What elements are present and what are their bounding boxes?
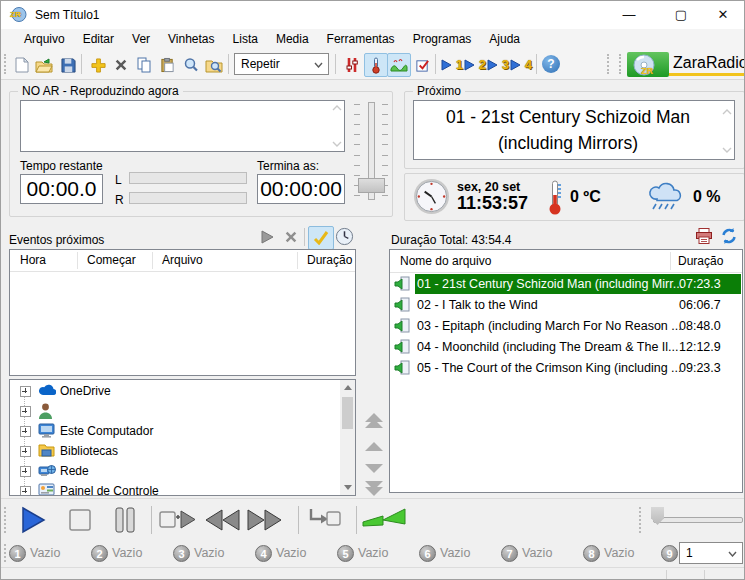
events-table[interactable]: Hora Começar Arquivo Duração (9, 249, 356, 376)
help-button[interactable] (542, 55, 560, 73)
repeat-mode-dropdown[interactable]: Repetir (234, 53, 329, 75)
close-button[interactable]: ✕ (700, 1, 745, 29)
menu-editar[interactable]: Editar (74, 29, 123, 50)
playlist-row[interactable]: 03 - Epitaph (including March For No Rea… (391, 316, 741, 336)
tree-item-bibliotecas[interactable]: Bibliotecas (10, 441, 355, 461)
pause-button[interactable] (113, 507, 137, 536)
move-down-button[interactable] (363, 459, 385, 477)
playlist-table[interactable]: Nome do arquivo Duração 01 - 21st Centur… (389, 249, 743, 493)
menu-programas[interactable]: Programas (404, 29, 481, 50)
playlist-row[interactable]: 05 - The Court of the Crimson King (incl… (391, 358, 741, 378)
play-slot-4-button[interactable]: 4 (508, 53, 534, 77)
next-track-box[interactable]: 01 - 21st Century Schizoid Man (includin… (413, 100, 735, 160)
new-list-button[interactable] (9, 53, 33, 77)
cart-button-1[interactable]: 1Vazio (9, 543, 60, 563)
cart-button-8[interactable]: 8Vazio (583, 543, 634, 563)
cart-button-3[interactable]: 3Vazio (173, 543, 224, 563)
rewind-button[interactable] (204, 509, 240, 534)
add-file-button[interactable] (86, 53, 110, 77)
tree-item-onedrive[interactable]: OneDrive (10, 381, 355, 401)
now-playing-listbox[interactable] (20, 100, 345, 152)
events-clock-button[interactable] (335, 227, 355, 247)
vumeter-toggle-button[interactable] (387, 53, 411, 77)
cart-button-4[interactable]: 4Vazio (255, 543, 306, 563)
menu-arquivo[interactable]: Arquivo (15, 29, 74, 50)
next-scroll-arrows[interactable] (722, 109, 732, 153)
playlist-row[interactable]: 01 - 21st Century Schizoid Man (includin… (391, 274, 741, 294)
listbox-scroll-arrows[interactable] (332, 105, 342, 147)
move-top-button[interactable] (363, 411, 385, 429)
expand-icon[interactable] (20, 486, 31, 496)
clock-weather-group: sex, 20 set 11:53:57 0 ºC 0 % (404, 173, 745, 221)
events-col-comecar[interactable]: Começar (87, 253, 136, 267)
menu-ver[interactable]: Ver (123, 29, 159, 50)
menu-vinhetas[interactable]: Vinhetas (159, 29, 223, 50)
scrollbar-thumb[interactable] (342, 397, 353, 429)
tree-item-rede[interactable]: Rede (10, 461, 355, 481)
expand-icon[interactable] (20, 406, 31, 417)
open-list-button[interactable] (32, 53, 56, 77)
search-button[interactable] (179, 53, 203, 77)
pitch-slider-track[interactable] (653, 517, 743, 523)
menu-media[interactable]: Media (267, 29, 318, 50)
stop-button[interactable] (69, 509, 91, 534)
playlist-row[interactable]: 02 - I Talk to the Wind 06:06.7 (391, 295, 741, 315)
cart-button-6[interactable]: 6Vazio (419, 543, 470, 563)
event-log-button[interactable] (410, 53, 434, 77)
expand-icon[interactable] (20, 386, 31, 397)
events-delete-button[interactable] (281, 227, 301, 247)
paste-button[interactable] (155, 53, 179, 77)
stop-and-play-button[interactable] (159, 508, 197, 535)
cartbar-gripper[interactable] (4, 544, 6, 562)
tree-scrollbar[interactable] (340, 380, 355, 495)
menu-lista[interactable]: Lista (224, 29, 267, 50)
crossfade-button[interactable] (362, 507, 406, 534)
play-button[interactable] (19, 506, 47, 537)
refresh-list-button[interactable] (720, 227, 739, 246)
menu-ferramentas[interactable]: Ferramentas (318, 29, 404, 50)
toolbar-gripper[interactable] (607, 54, 609, 74)
copy-button[interactable] (132, 53, 156, 77)
events-play-button[interactable] (257, 227, 277, 247)
tree-item-user[interactable] (10, 401, 355, 421)
cart-button-2[interactable]: 2Vazio (91, 543, 142, 563)
tree-item-painel-de-controle[interactable]: Painel de Controle (10, 481, 355, 496)
toolbar-gripper[interactable] (4, 54, 6, 74)
transport-gripper[interactable] (4, 507, 6, 533)
slider-gripper[interactable] (639, 507, 641, 533)
tree-item-este-computador[interactable]: Este Computador (10, 421, 355, 441)
rain-cloud-icon (648, 182, 688, 212)
playlist-col-name[interactable]: Nome do arquivo (400, 254, 491, 268)
cart-button-5[interactable]: 5Vazio (337, 543, 388, 563)
search-folder-button[interactable] (202, 53, 226, 77)
scroll-up-arrow[interactable] (340, 380, 355, 395)
expand-icon[interactable] (20, 466, 31, 477)
thermometer-toggle-button[interactable] (364, 53, 388, 77)
expand-icon[interactable] (20, 446, 31, 457)
maximize-button[interactable]: ▢ (658, 1, 704, 29)
move-up-button[interactable] (363, 437, 385, 455)
events-enable-toggle[interactable] (308, 226, 334, 250)
playlist-col-duration[interactable]: Duração (678, 254, 723, 268)
save-list-button[interactable] (56, 53, 80, 77)
mixer-button[interactable] (340, 53, 364, 77)
remove-file-button[interactable] (109, 53, 133, 77)
move-bottom-button[interactable] (363, 479, 385, 497)
toolbar-gripper[interactable] (619, 54, 621, 74)
expand-icon[interactable] (20, 426, 31, 437)
loop-to-next-button[interactable] (306, 507, 342, 536)
remaining-label: Tempo restante (20, 159, 103, 173)
print-list-button[interactable] (695, 227, 714, 246)
events-col-duracao[interactable]: Duração (307, 253, 352, 267)
volume-fader-thumb[interactable] (358, 178, 385, 193)
minimize-button[interactable]: — (606, 1, 652, 29)
events-col-arquivo[interactable]: Arquivo (162, 253, 203, 267)
cart-button-7[interactable]: 7Vazio (501, 543, 552, 563)
folder-tree[interactable]: OneDrive Este Computador Bibliotecas Red… (9, 379, 356, 496)
menu-ajuda[interactable]: Ajuda (480, 29, 529, 50)
fast-forward-button[interactable] (247, 509, 283, 534)
scroll-down-arrow[interactable] (340, 480, 355, 495)
playlist-row[interactable]: 04 - Moonchild (including The Dream & Th… (391, 337, 741, 357)
events-col-hora[interactable]: Hora (20, 253, 46, 267)
cart-bank-dropdown[interactable]: 1 (679, 542, 743, 564)
